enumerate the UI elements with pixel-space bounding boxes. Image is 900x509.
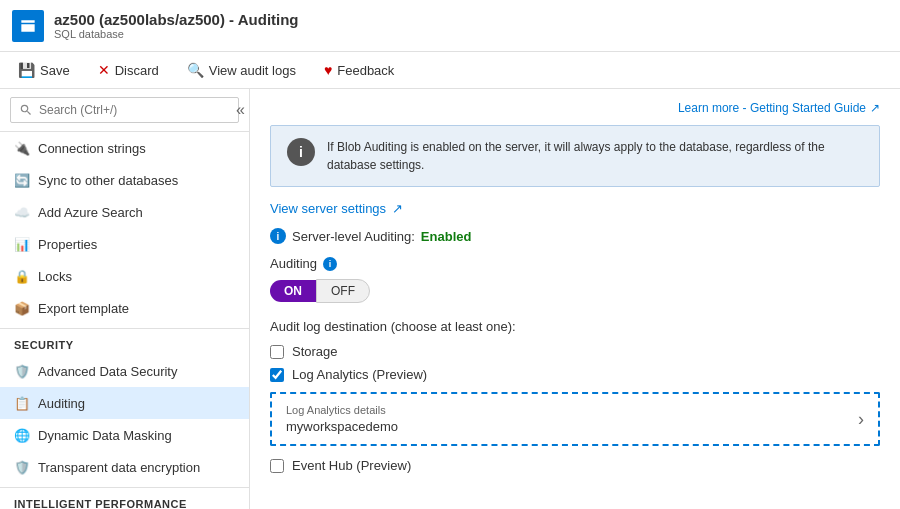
toolbar: 💾 Save ✕ Discard 🔍 View audit logs ♥ Fee…: [0, 52, 900, 89]
sidebar-item-label: Advanced Data Security: [38, 364, 177, 379]
event-hub-checkbox-row: Event Hub (Preview): [270, 458, 880, 473]
sidebar-item-label: Dynamic Data Masking: [38, 428, 172, 443]
page-subtitle: SQL database: [54, 28, 299, 40]
advanced-data-security-icon: 🛡️: [14, 363, 30, 379]
discard-icon: ✕: [98, 62, 110, 78]
event-hub-label: Event Hub (Preview): [292, 458, 411, 473]
sidebar-item-label: Add Azure Search: [38, 205, 143, 220]
sidebar-item-label: Auditing: [38, 396, 85, 411]
security-section-header: Security: [0, 328, 249, 355]
feedback-icon: ♥: [324, 62, 332, 78]
app-icon: [12, 10, 44, 42]
sync-icon: 🔄: [14, 172, 30, 188]
sidebar-item-transparent-data-encryption[interactable]: 🛡️ Transparent data encryption: [0, 451, 249, 483]
learn-more-text: Learn more - Getting Started Guide: [678, 101, 866, 115]
server-auditing-info-icon: i: [270, 228, 286, 244]
log-analytics-checkbox[interactable]: [270, 368, 284, 382]
auditing-toggle[interactable]: ON OFF: [270, 279, 880, 303]
save-label: Save: [40, 63, 70, 78]
dynamic-data-masking-icon: 🌐: [14, 427, 30, 443]
content-area: Learn more - Getting Started Guide ↗ i I…: [250, 89, 900, 509]
log-analytics-details-title: Log Analytics details: [286, 404, 398, 416]
toggle-off-button[interactable]: OFF: [316, 279, 370, 303]
auditing-label-row: Auditing i: [270, 256, 880, 271]
view-audit-logs-button[interactable]: 🔍 View audit logs: [181, 58, 302, 82]
sidebar-item-properties[interactable]: 📊 Properties: [0, 228, 249, 260]
sidebar-item-label: Sync to other databases: [38, 173, 178, 188]
view-server-settings-link[interactable]: View server settings ↗: [270, 201, 880, 216]
log-analytics-value: myworkspacedemo: [286, 419, 398, 434]
sidebar: « 🔌 Connection strings 🔄 Sync to other d…: [0, 89, 250, 509]
transparent-data-encryption-icon: 🛡️: [14, 459, 30, 475]
storage-checkbox-row: Storage: [270, 344, 880, 359]
log-analytics-details-box[interactable]: Log Analytics details myworkspacedemo ›: [270, 392, 880, 446]
sidebar-item-sync[interactable]: 🔄 Sync to other databases: [0, 164, 249, 196]
auditing-label-text: Auditing: [270, 256, 317, 271]
sidebar-item-label: Properties: [38, 237, 97, 252]
auditing-icon: 📋: [14, 395, 30, 411]
content-inner: Learn more - Getting Started Guide ↗ i I…: [250, 89, 900, 493]
server-auditing-status: i Server-level Auditing: Enabled: [270, 228, 880, 244]
search-container: «: [0, 89, 249, 132]
sidebar-item-connection-strings[interactable]: 🔌 Connection strings: [0, 132, 249, 164]
info-banner: i If Blob Auditing is enabled on the ser…: [270, 125, 880, 187]
main-layout: « 🔌 Connection strings 🔄 Sync to other d…: [0, 89, 900, 509]
feedback-label: Feedback: [337, 63, 394, 78]
header-title-block: az500 (az500labs/az500) - Auditing SQL d…: [54, 11, 299, 40]
view-audit-logs-label: View audit logs: [209, 63, 296, 78]
sidebar-item-label: Transparent data encryption: [38, 460, 200, 475]
learn-more-link[interactable]: Learn more - Getting Started Guide ↗: [270, 101, 880, 115]
azure-search-icon: ☁️: [14, 204, 30, 220]
view-server-label: View server settings: [270, 201, 386, 216]
info-icon: i: [287, 138, 315, 166]
sidebar-item-label: Export template: [38, 301, 129, 316]
view-server-icon: ↗: [392, 201, 403, 216]
page-title: az500 (az500labs/az500) - Auditing: [54, 11, 299, 28]
search-input[interactable]: [10, 97, 239, 123]
save-button[interactable]: 💾 Save: [12, 58, 76, 82]
view-icon: 🔍: [187, 62, 204, 78]
discard-button[interactable]: ✕ Discard: [92, 58, 165, 82]
log-analytics-checkbox-row: Log Analytics (Preview): [270, 367, 880, 382]
toggle-on-button[interactable]: ON: [270, 280, 316, 302]
storage-label: Storage: [292, 344, 338, 359]
sidebar-item-label: Locks: [38, 269, 72, 284]
export-template-icon: 📦: [14, 300, 30, 316]
chevron-right-icon: ›: [858, 409, 864, 430]
save-icon: 💾: [18, 62, 35, 78]
properties-icon: 📊: [14, 236, 30, 252]
server-auditing-enabled-text: Enabled: [421, 229, 472, 244]
sidebar-item-auditing[interactable]: 📋 Auditing: [0, 387, 249, 419]
sidebar-item-add-azure-search[interactable]: ☁️ Add Azure Search: [0, 196, 249, 228]
learn-more-icon: ↗: [870, 101, 880, 115]
discard-label: Discard: [115, 63, 159, 78]
auditing-info-icon: i: [323, 257, 337, 271]
sidebar-item-export-template[interactable]: 📦 Export template: [0, 292, 249, 324]
event-hub-checkbox[interactable]: [270, 459, 284, 473]
sidebar-search-wrapper: [0, 89, 249, 132]
log-analytics-label: Log Analytics (Preview): [292, 367, 427, 382]
intelligent-performance-section-header: Intelligent Performance: [0, 487, 249, 509]
connection-strings-icon: 🔌: [14, 140, 30, 156]
storage-checkbox[interactable]: [270, 345, 284, 359]
sidebar-item-label: Connection strings: [38, 141, 146, 156]
collapse-button[interactable]: «: [232, 97, 249, 123]
feedback-button[interactable]: ♥ Feedback: [318, 58, 400, 82]
sidebar-item-advanced-data-security[interactable]: 🛡️ Advanced Data Security: [0, 355, 249, 387]
server-auditing-prefix: Server-level Auditing:: [292, 229, 415, 244]
info-banner-text: If Blob Auditing is enabled on the serve…: [327, 138, 863, 174]
locks-icon: 🔒: [14, 268, 30, 284]
page-header: az500 (az500labs/az500) - Auditing SQL d…: [0, 0, 900, 52]
sidebar-item-locks[interactable]: 🔒 Locks: [0, 260, 249, 292]
sidebar-item-dynamic-data-masking[interactable]: 🌐 Dynamic Data Masking: [0, 419, 249, 451]
log-analytics-inner: Log Analytics details myworkspacedemo: [286, 404, 398, 434]
audit-destination-label: Audit log destination (choose at least o…: [270, 319, 880, 334]
